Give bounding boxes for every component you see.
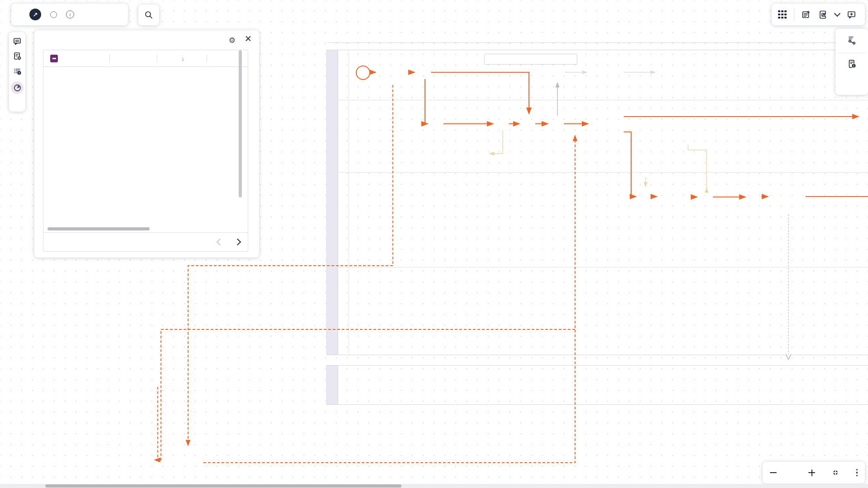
lane-financial-manager [338,267,349,355]
close-icon[interactable]: × [245,33,251,44]
select-all-checkbox[interactable] [50,55,58,62]
annotation-box[interactable] [484,54,577,65]
sort-desc-icon: ↓ [181,55,184,62]
top-left-toolbar: ↗ i [11,4,128,25]
export-document-icon[interactable] [818,10,828,19]
next-page-icon[interactable] [234,239,241,246]
search-button[interactable] [138,5,159,25]
lane-divider [338,267,868,267]
divider [838,53,865,53]
canvas-scrollbar-thumb[interactable] [45,484,401,488]
list-info-icon[interactable]: ! [13,66,22,75]
describes-icon[interactable]: i [847,59,857,69]
zoom-out-icon[interactable] [770,472,777,473]
process-performance-selected[interactable] [11,81,24,94]
zoom-toolbar [763,462,865,483]
table-footer [43,232,248,251]
start-event[interactable] [356,66,370,80]
performance-gauge-icon [13,84,22,92]
version-status-icon [50,11,57,18]
chevron-down-icon[interactable] [834,10,840,17]
process-mining-panel: ⚙ × ↓ [34,30,259,258]
lane-divider [338,172,868,173]
lane-requester [338,50,349,100]
lane-divider [338,100,868,100]
table-vertical-scrollbar[interactable] [239,50,242,197]
variants-table: ↓ [43,50,248,252]
zoom-in-icon[interactable] [808,469,815,476]
pool-suppliers[interactable] [326,365,868,405]
table-header: ↓ [43,50,248,67]
pool-purchase-to-pay[interactable] [326,50,868,355]
left-sidebar: ! [9,32,25,112]
diagramming-icon[interactable] [847,35,857,46]
top-right-toolbar [772,4,865,25]
search-icon [144,10,153,19]
column-avg-duration[interactable] [207,50,249,66]
app-logo-icon[interactable]: ↗ [29,9,41,20]
column-variant[interactable] [64,50,109,66]
more-options-icon[interactable] [856,469,858,477]
lane-purchasing-agent [338,172,349,267]
table-horizontal-scrollbar[interactable] [47,227,150,230]
column-occurrence[interactable]: ↓ [157,50,207,66]
svg-text:i: i [853,64,854,67]
comments-icon[interactable] [13,37,22,46]
pool-header [327,366,338,404]
lane-requester-manager [338,100,349,172]
svg-text:!: ! [19,71,19,75]
canvas-scrollbar-track[interactable] [0,484,868,488]
column-frequency[interactable] [109,50,157,66]
pool-header [327,50,338,355]
fit-to-screen-icon[interactable] [831,468,840,477]
info-icon[interactable]: i [66,10,74,19]
right-side-panel: i [835,29,868,95]
previous-page-icon[interactable] [217,239,224,246]
add-comment-icon[interactable] [847,10,856,19]
new-note-icon[interactable] [802,10,811,19]
menu-icon[interactable] [17,12,25,17]
group-top-border [328,42,868,43]
document-settings-icon[interactable] [13,52,22,61]
settings-gear-icon[interactable]: ⚙ [229,36,236,45]
apps-grid-icon[interactable] [778,10,787,19]
divider [794,9,794,20]
